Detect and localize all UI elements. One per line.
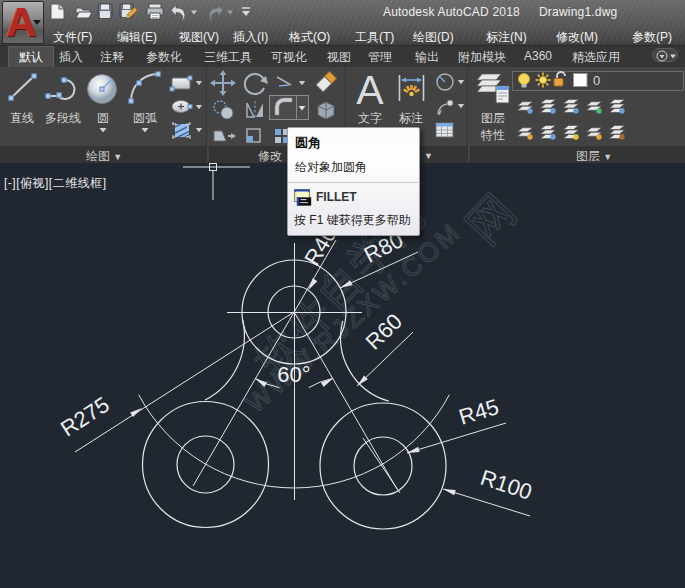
svg-text:A: A [356,67,384,113]
svg-text:0: 0 [593,73,600,88]
svg-text:60°: 60° [277,362,310,387]
svg-text:R275: R275 [56,392,114,442]
svg-text:R45: R45 [456,394,502,430]
svg-text:R100: R100 [477,465,535,505]
svg-text:R60: R60 [361,309,407,355]
